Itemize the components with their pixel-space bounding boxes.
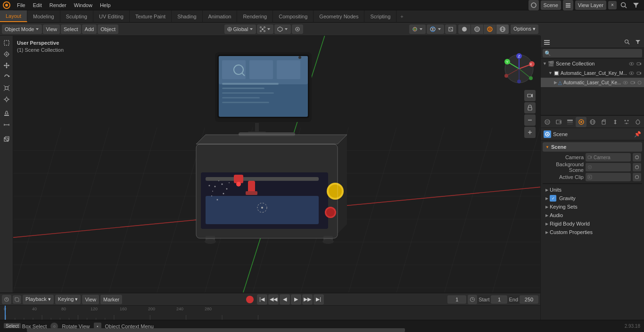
next-frame-btn[interactable]: ▶▶ (302, 294, 313, 305)
props-pin-btn[interactable]: 📌 (634, 131, 641, 138)
units-section-header[interactable]: ▶ Units (543, 186, 642, 194)
props-tab-modifier[interactable] (610, 117, 620, 127)
jump-end-btn[interactable]: ▶| (314, 294, 324, 305)
gravity-section-header[interactable]: ▶ ✓ Gravity (543, 194, 642, 202)
outliner-item2-select[interactable] (637, 80, 642, 85)
tab-shading[interactable]: Shading (172, 10, 202, 22)
playback-menu[interactable]: Playback ▾ (23, 295, 54, 304)
props-tab-scene[interactable] (576, 117, 586, 127)
overlay-toggle[interactable] (427, 24, 444, 34)
tab-sculpting[interactable]: Sculpting (60, 10, 93, 22)
move-tool[interactable] (1, 60, 12, 71)
scene-section-header[interactable]: ▼ Scene (543, 142, 642, 152)
tab-scripting[interactable]: Scripting (364, 10, 396, 22)
record-button[interactable] (246, 296, 254, 303)
pivot-point[interactable] (257, 24, 273, 34)
menu-edit[interactable]: Edit (29, 0, 46, 10)
custom-props-section-header[interactable]: ▶ Custom Properties (543, 228, 642, 236)
outliner-item1-render[interactable] (636, 70, 642, 76)
search-icon[interactable] (619, 0, 629, 10)
mode-dropdown[interactable]: Object Mode (2, 24, 42, 34)
rigid-body-section-header[interactable]: ▶ Rigid Body World (543, 219, 642, 228)
timeline-ruler[interactable]: 0 40 80 120 160 200 240 280 (0, 306, 540, 321)
view-layer-selector[interactable] (563, 0, 573, 10)
tab-compositing[interactable]: Compositing (273, 10, 314, 22)
outliner-search[interactable] (543, 49, 642, 57)
props-tab-particles[interactable] (621, 117, 632, 127)
marker-menu[interactable]: Marker (100, 295, 122, 304)
outliner-view-toggle[interactable] (542, 37, 552, 47)
zoom-in-btn[interactable] (524, 127, 536, 138)
props-tab-view-layer[interactable] (564, 117, 575, 127)
menu-help[interactable]: Help (96, 0, 115, 10)
select-menu[interactable]: Select (61, 24, 81, 34)
scene-selector[interactable] (528, 0, 539, 10)
camera-picker-btn[interactable] (633, 153, 641, 162)
outliner-visibility-icon[interactable] (628, 60, 635, 67)
active-clip-picker-btn[interactable] (633, 173, 641, 181)
rendered-shading[interactable] (484, 24, 496, 34)
camera-value[interactable]: Camera (586, 153, 631, 162)
solid-shading[interactable] (458, 24, 471, 34)
view-menu[interactable]: View (43, 24, 60, 34)
outliner-item-laser-collection[interactable]: ▼ 🔲 Automatic_Laser_Cut_Key_M... (541, 68, 644, 78)
play-btn[interactable]: ▶ (291, 294, 301, 305)
view-menu-timeline[interactable]: View (82, 295, 99, 304)
tab-geometry-nodes[interactable]: Geometry Nodes (314, 10, 364, 22)
gravity-checkbox[interactable]: ✓ (550, 195, 556, 202)
start-frame-input[interactable] (491, 295, 507, 304)
zoom-out-btn[interactable] (524, 114, 536, 126)
menu-render[interactable]: Render (46, 0, 70, 10)
active-clip-value[interactable] (586, 173, 631, 181)
outliner-filter-icon[interactable] (633, 37, 643, 47)
view-layer-settings[interactable]: × (608, 1, 617, 9)
outliner-item2-render[interactable] (629, 79, 636, 86)
proportional-edit[interactable] (292, 24, 303, 34)
lock-view-btn[interactable] (524, 102, 536, 113)
outliner-item-scene-collection[interactable]: ▼ 🎬 Scene Collection (541, 59, 644, 68)
xray-toggle[interactable] (445, 24, 456, 34)
menu-file[interactable]: File (13, 0, 29, 10)
tab-uv-editing[interactable]: UV Editing (93, 10, 130, 22)
timeline-scrollbar[interactable] (0, 328, 540, 332)
outliner-item-laser-mesh[interactable]: ▶ △ Automatic_Laser_Cut_Ke... (541, 78, 644, 87)
props-tab-render[interactable] (542, 117, 553, 127)
background-scene-value[interactable] (586, 163, 631, 171)
scene-name[interactable]: Scene (541, 0, 561, 10)
jump-start-btn[interactable]: |◀ (257, 294, 267, 305)
timeline-mode-btn[interactable] (13, 295, 21, 304)
view-layer-name[interactable]: View Layer (575, 0, 606, 10)
options-dropdown[interactable]: Options ▾ (511, 24, 538, 34)
3d-viewport[interactable]: User Perspective (1) Scene Collection X … (13, 36, 540, 292)
add-menu[interactable]: Add (82, 24, 97, 34)
current-frame-input[interactable] (447, 295, 466, 304)
outliner-item2-visibility[interactable] (622, 79, 628, 86)
props-tab-physics[interactable] (632, 117, 643, 127)
transform-tool[interactable] (1, 94, 12, 105)
keying-sets-section-header[interactable]: ▶ Keying Sets (543, 202, 642, 211)
object-menu[interactable]: Object (98, 24, 118, 34)
tab-rendering[interactable]: Rendering (237, 10, 273, 22)
navigation-gizmo[interactable]: X Y Z (503, 52, 536, 85)
tab-layout[interactable]: Layout (0, 10, 27, 22)
add-workspace-tab[interactable]: + (396, 14, 407, 19)
filter-icon[interactable] (631, 0, 641, 10)
audio-section-header[interactable]: ▶ Audio (543, 211, 642, 219)
gizmo-toggle[interactable] (409, 24, 426, 34)
cursor-tool[interactable] (1, 49, 12, 59)
tab-animation[interactable]: Animation (203, 10, 238, 22)
tab-texture-paint[interactable]: Texture Paint (130, 10, 172, 22)
add-cube-tool[interactable] (1, 134, 12, 144)
outliner-item1-visibility[interactable] (628, 70, 635, 76)
camera-view-btn[interactable] (524, 90, 536, 101)
prev-keyframe-btn[interactable]: ◀◀ (268, 294, 279, 305)
menu-window[interactable]: Window (70, 0, 96, 10)
snap-toggle[interactable] (274, 24, 291, 34)
prev-frame-btn[interactable]: ◀ (280, 294, 290, 305)
tab-modeling[interactable]: Modeling (27, 10, 60, 22)
timeline-scroll-thumb[interactable] (27, 328, 405, 332)
end-frame-input[interactable] (520, 295, 538, 304)
props-tab-object[interactable] (598, 117, 609, 127)
rotate-tool[interactable] (1, 72, 12, 82)
outliner-search-icon[interactable] (622, 37, 632, 47)
